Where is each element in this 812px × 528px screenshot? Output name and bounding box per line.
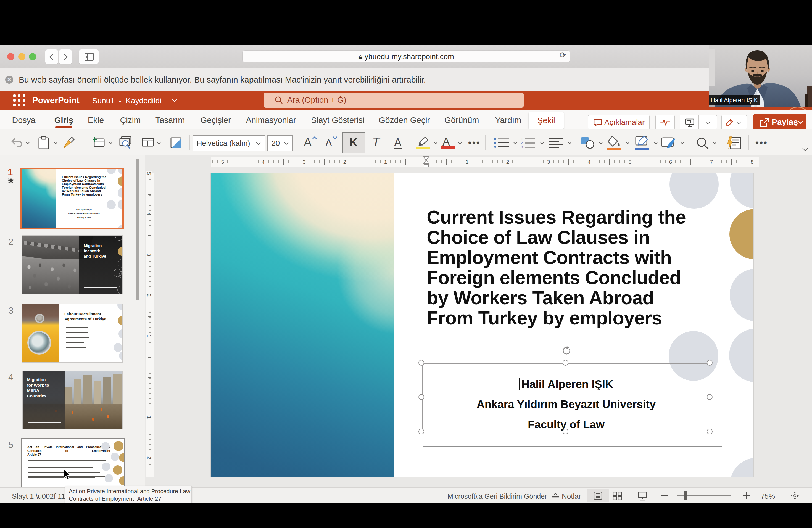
svg-text:1: 1	[521, 137, 523, 141]
svg-text:2: 2	[521, 141, 523, 145]
svg-text:3: 3	[521, 145, 523, 149]
